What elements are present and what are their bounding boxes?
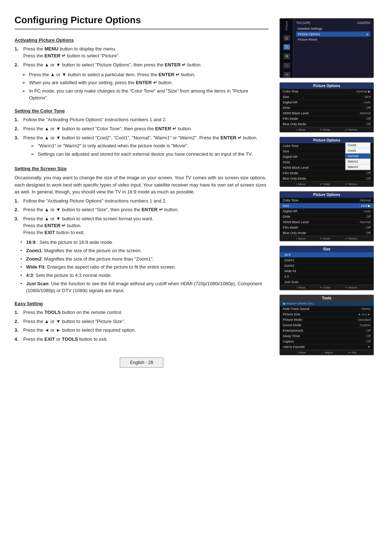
menu-row-dnr4: Digital NR: Auto xyxy=(280,209,373,214)
step-item: 4. Press the EXIT or TOOLS button to exi… xyxy=(15,336,269,343)
tv-screen-2: Picture Options Color Tone: Normal ▶ Siz… xyxy=(279,82,374,132)
right-column: Picture Q ☰ ⚙ ♪ ⇒ Tint (G/R) : G50/R50 D… xyxy=(279,15,377,525)
size-row-zoom2: Zoom2 xyxy=(280,263,373,269)
tv-menu-picture-options: Picture Options ▶ xyxy=(296,32,370,37)
sub-item: ➢ Settings can be adjusted and stored fo… xyxy=(30,151,269,158)
size-row-widefit: Wide Fit xyxy=(280,269,373,274)
menu-row-dnie: DNIe: Off xyxy=(280,105,373,111)
sidebar-icon-active: ☰ xyxy=(283,44,290,50)
tools-row-caption: Caption : Off xyxy=(280,339,373,344)
section-title-color-tone: Setting the Color Tone xyxy=(15,108,269,114)
step-item: 2. Press the ▲ or ▼ button to select "Pi… xyxy=(15,62,269,69)
dd-normal: Normal xyxy=(346,154,370,159)
menu-title-2: Picture Options xyxy=(280,83,373,89)
tv-sidebar: Picture Q ☰ ⚙ ♪ ⇒ xyxy=(280,19,293,77)
step-item: 1. Press the TOOLS button on the remote … xyxy=(15,309,269,316)
section-activating: Activating Picture Options 1. Press the … xyxy=(15,37,269,102)
menu-row-film3: Film Mode: Off xyxy=(280,171,373,176)
picture-size-arrows: ◄ 16:9 ► xyxy=(358,313,371,316)
menu-row-size: Size: 16:9 xyxy=(280,94,373,100)
dd-warm1: Warm1 xyxy=(346,159,370,164)
menu-row-blue4: Blue Only Mode: Off xyxy=(280,230,373,236)
menu-footer-2: ↕ Move ↵ Enter ↩ Return xyxy=(280,127,373,132)
tools-row-picturesize: Picture Size ◄ 16:9 ► xyxy=(280,312,373,317)
tools-row-sleep: Sleep Timer : Off xyxy=(280,334,373,339)
section-color-tone: Setting the Color Tone 1. Follow the "Ac… xyxy=(15,108,269,159)
menu-row-blue: Blue Only Mode: Off xyxy=(280,122,373,127)
tv-screen-1: Picture Q ☰ ⚙ ♪ ⇒ Tint (G/R) : G50/R50 D… xyxy=(279,18,374,78)
size-title: Size xyxy=(280,246,373,252)
dd-cool1: Cool1 xyxy=(346,148,370,154)
step-item: 3. Press the ▲ or ▼ button to select the… xyxy=(15,216,269,236)
menu-row-dnie4: DNIe: Off xyxy=(280,214,373,220)
tv-menu-picture-reset: Picture Reset xyxy=(296,37,370,42)
step-item: 1. Press the MENU button to display the … xyxy=(15,46,269,60)
tools-row-soundmode: Sound Mode : Custom xyxy=(280,323,373,328)
bullet-item: •16:9 : Sets the picture to 16:9 wide mo… xyxy=(20,239,269,246)
step-item: 3. Press the ◄ or ► button to select the… xyxy=(15,327,269,334)
menu-title-4: Picture Options xyxy=(280,192,373,198)
page-container: Configuring Picture Options Activating P… xyxy=(0,0,392,540)
section-title-easy-setting: Easy Setting xyxy=(15,301,269,306)
menu-row-blue3: Blue Only Mode: Off xyxy=(280,176,373,181)
sidebar-icon-sound: ♪ xyxy=(283,63,290,68)
menu-row-dnr: Digital NR: Auto xyxy=(280,100,373,105)
tv-screen-3: Picture Options Color Tone Size Digital … xyxy=(279,137,374,187)
sub-item: ➢ In PC mode, you can only make changes … xyxy=(22,88,269,102)
section-easy-setting: Easy Setting 1. Press the TOOLS button o… xyxy=(15,301,269,343)
dd-warm2: Warm2 xyxy=(346,164,370,170)
left-column: Configuring Picture Options Activating P… xyxy=(15,15,279,525)
dd-cool2: Cool2 xyxy=(346,143,370,148)
screen-size-intro: Occasionally, you may want to change the… xyxy=(15,174,269,196)
step-item: 1. Follow the "Activating Picture Option… xyxy=(15,116,269,123)
size-row-justscan: Just Scan xyxy=(280,279,373,285)
bullet-item: •4:3: Sets the picture to 4:3 normal mod… xyxy=(20,272,269,279)
sidebar-icon-input: ⇒ xyxy=(283,72,290,77)
tv-menu-detailed: Detailed Settings xyxy=(296,26,370,32)
sub-item: ➢ "Warm1" or "Warm2" is only activated w… xyxy=(30,143,269,150)
tools-row-picturemode: Picture Mode : Standard xyxy=(280,317,373,323)
menu-footer-4: ↕ Move ↵ Enter ↩ Return xyxy=(280,236,373,241)
size-footer: ↕ Move ↵ Enter ↩ Return xyxy=(280,285,373,290)
tools-row-entertainment: Entertainment : Off xyxy=(280,328,373,334)
step-item: 2. Press the ▲ or ▼ button to select "Co… xyxy=(15,126,269,132)
section-screen-size: Setting the Screen Size Occasionally, yo… xyxy=(15,166,269,294)
sub-item: ➢ Press the ▲ or ▼ button to select a pa… xyxy=(22,71,269,78)
menu-row-film4: Film Mode: Off xyxy=(280,225,373,230)
bullet-item: •Zoom1: Magnifies the size of the pictur… xyxy=(20,248,269,254)
step-item: 2. Press the ▲ or ▼ button to select "Pi… xyxy=(15,318,269,325)
menu-row-film: Film Mode: Off xyxy=(280,116,373,122)
tools-row-favorite: Add to Favorite ▼ xyxy=(280,344,373,350)
menu-row-hdmi4: HDMI Black Level: Normal xyxy=(280,220,373,225)
tools-footer: ↕ Move ↔ Adjust ↵ Exit xyxy=(280,350,373,355)
size-row-169: 16:9 xyxy=(280,252,373,258)
step-item: 3. Press the ▲ or ▼ button to select "Co… xyxy=(15,135,269,160)
bullet-item: •Zoom2: Magnifies the size of the pictur… xyxy=(20,256,269,263)
menu-row-ct4: Color Tone: Normal xyxy=(280,198,373,203)
section-title-activating: Activating Picture Options xyxy=(15,37,269,43)
sub-item: ➢ When you are satisfied with your setti… xyxy=(22,79,269,86)
menu-row-sz4: Size: 16:9 ▶ xyxy=(280,203,373,209)
page-footer: English - 28 xyxy=(120,357,163,368)
bullet-item: •Just Scan: Use the function to see the … xyxy=(20,281,269,294)
menu-row-hdmi: HDMI Black Level: Normal xyxy=(280,111,373,116)
step-item: 1. Follow the "Activating Picture Option… xyxy=(15,198,269,205)
size-row-43: 4:3 xyxy=(280,274,373,279)
page-title: Configuring Picture Options xyxy=(15,15,269,29)
sidebar-icon-tools: ⚙ xyxy=(283,53,290,59)
size-row-zoom1: Zoom1 xyxy=(280,258,373,263)
bullet-item: •Wide Fit: Enlarges the aspect ratio of … xyxy=(20,264,269,271)
tv-screen-4: Picture Options Color Tone: Normal Size:… xyxy=(279,191,374,241)
tools-title: Tools xyxy=(280,295,373,301)
sidebar-icon-q: Q xyxy=(283,35,290,41)
section-title-screen-size: Setting the Screen Size xyxy=(15,166,269,171)
tv-tint-row: Tint (G/R) : G50/R50 xyxy=(296,21,370,25)
tools-row-mts: Multi-Track Sound : Stereo xyxy=(280,306,373,312)
sidebar-label: Picture xyxy=(285,21,288,30)
menu-row-color-tone: Color Tone: Normal ▶ xyxy=(280,89,373,94)
color-tone-dropdown: Cool2 Cool1 Normal Warm1 Warm2 xyxy=(345,142,371,170)
step-item: 2. Press the ▲ or ▼ button to select "Si… xyxy=(15,206,269,213)
tv-screen-6: Tools ▣ Anynet+ (HDMI-CEC) Multi-Track S… xyxy=(279,295,374,355)
tools-anynet: ▣ Anynet+ (HDMI-CEC) xyxy=(280,301,373,306)
menu-footer-3: ↕ Move ↵ Enter ↩ Return xyxy=(280,181,373,187)
